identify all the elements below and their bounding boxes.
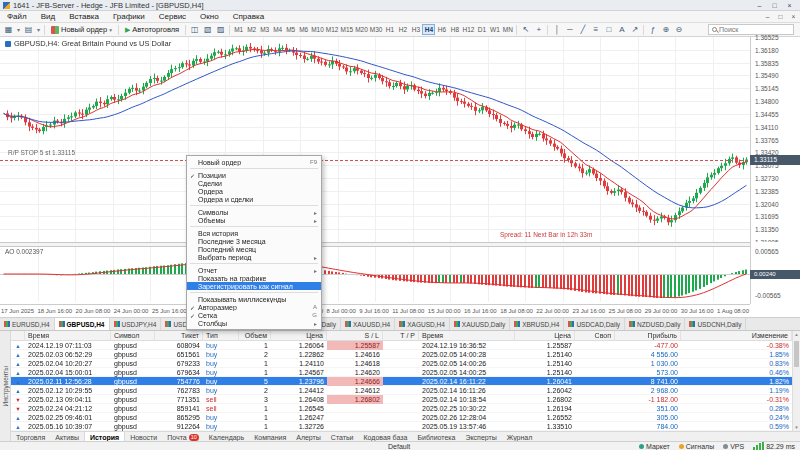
status-VPS[interactable]: VPS: [723, 443, 744, 450]
market-watch-icon[interactable]: ◫: [188, 24, 201, 36]
close-button[interactable]: ×: [782, 1, 797, 10]
history-row[interactable]: ▲2025.02.03 06:52:29gbpusd651561buy21.22…: [11, 350, 792, 359]
history-row[interactable]: ▲2024.12.19 07:11:03gbpusd608094buy11.26…: [11, 341, 792, 350]
indicators-icon[interactable]: ƒ: [646, 24, 659, 36]
timeframe-button-M3[interactable]: M3: [258, 24, 271, 35]
column-header-2[interactable]: Тикет: [155, 331, 203, 341]
scrollbar-thumb[interactable]: [794, 341, 799, 367]
timeframe-button-H8[interactable]: H8: [448, 24, 461, 35]
scroll-down-icon[interactable]: ▼: [793, 424, 800, 431]
menu-Сервис[interactable]: Сервис: [152, 11, 193, 23]
chart-tab-NZDUSD,Daily[interactable]: NZDUSD,Daily: [625, 318, 685, 330]
menu-Файл[interactable]: Файл: [0, 11, 34, 23]
navigator-icon[interactable]: ▧: [201, 24, 214, 36]
toolbox-icon[interactable]: ▨: [214, 24, 227, 36]
context-menu-item-7[interactable]: Символы▸: [187, 208, 321, 216]
crosshair-icon[interactable]: +: [532, 24, 545, 36]
context-menu-item-17[interactable]: Зарегистрировать как сигнал: [187, 282, 321, 290]
timeframe-button-M1[interactable]: M1: [232, 24, 245, 35]
timeframe-button-H2[interactable]: H2: [396, 24, 409, 35]
table-scrollbar[interactable]: ▲ ▼: [792, 331, 800, 431]
search-input[interactable]: [719, 26, 790, 33]
column-header-8[interactable]: Время: [419, 331, 515, 341]
chart-tab-USDJPY,H4[interactable]: USDJPY,H4: [110, 318, 162, 330]
context-menu-item-4[interactable]: Ордера: [187, 187, 321, 195]
context-menu-item-0[interactable]: Новый ордерF9: [187, 158, 321, 166]
context-menu-item-3[interactable]: Сделки: [187, 179, 321, 187]
menu-Справка[interactable]: Справка: [226, 11, 271, 23]
column-header-0[interactable]: Время: [25, 331, 111, 341]
history-row[interactable]: ▲2025.02.25 09:46:01gbpusd865295buy11.26…: [11, 413, 792, 422]
chart-tab-XAUUSD,H4[interactable]: XAUUSD,H4: [341, 318, 395, 330]
chart-tab-USDCNH,Daily[interactable]: USDCNH,Daily: [685, 318, 746, 330]
history-row[interactable]: ▼2025.02.13 09:04:11gbpusd771351sell31.2…: [11, 395, 792, 404]
autotrading-button[interactable]: ▶ Автоторговля: [121, 24, 183, 36]
context-menu-item-10[interactable]: Вся история: [187, 229, 321, 237]
mdi-close-button[interactable]: ×: [787, 12, 800, 22]
context-menu-item-19[interactable]: Показывать миллисекунды: [187, 295, 321, 303]
timeframe-button-M20[interactable]: M20: [354, 24, 369, 35]
column-header-4[interactable]: Объем: [239, 331, 271, 341]
column-header-9[interactable]: Цена: [515, 331, 575, 341]
history-row[interactable]: ▼2025.02.24 04:21:12gbpusd859141sell11.2…: [11, 404, 792, 413]
timeframe-button-H4[interactable]: H4: [422, 24, 435, 35]
profiles-icon[interactable]: ▤: [22, 24, 35, 36]
timeframe-button-M5[interactable]: M5: [284, 24, 297, 35]
context-menu-item-5[interactable]: Ордера и сделки: [187, 195, 321, 203]
profile-label[interactable]: Default: [388, 443, 410, 450]
timeframe-button-W1[interactable]: W1: [488, 24, 501, 35]
column-header-11[interactable]: Прибыль: [615, 331, 681, 341]
new-order-button[interactable]: Новый ордер ▾: [47, 24, 116, 36]
timeframe-button-M10[interactable]: M10: [310, 24, 325, 35]
timeframe-button-M30[interactable]: M30: [369, 24, 384, 35]
context-menu-item-8[interactable]: Объемы▸: [187, 216, 321, 224]
price-axis[interactable]: 1.365251.361801.358351.354901.351451.348…: [750, 37, 800, 242]
timeframe-button-M2[interactable]: M2: [245, 24, 258, 35]
history-row[interactable]: ▲2025.05.16 10:39:07gbpusd912264buy11.32…: [11, 422, 792, 431]
chart-tab-XBRUSD,H4[interactable]: XBRUSD,H4: [510, 318, 564, 330]
scroll-up-icon[interactable]: ▲: [793, 331, 800, 338]
vertical-line-icon[interactable]: │: [550, 24, 563, 36]
arrow-object-icon[interactable]: ↗: [628, 24, 641, 36]
timeframe-button-H3[interactable]: H3: [409, 24, 422, 35]
timeframe-button-D1[interactable]: D1: [475, 24, 488, 35]
status-Сигналы[interactable]: Сигналы: [679, 443, 714, 450]
menu-Вид[interactable]: Вид: [34, 11, 62, 23]
chart-tab-XAGUSD,H4[interactable]: XAGUSD,H4: [395, 318, 450, 330]
column-header-12[interactable]: Изменение: [681, 331, 792, 341]
status-Маркет[interactable]: Маркет: [639, 443, 670, 450]
context-menu-item-21[interactable]: ✓СеткаG: [187, 311, 321, 319]
context-menu-item-13[interactable]: Выбрать период▸: [187, 253, 321, 261]
shapes-icon[interactable]: □: [602, 24, 615, 36]
chart-tab-USDCAD,Daily[interactable]: USDCAD,Daily: [564, 318, 625, 330]
chart-tab-XAUUSD,Daily[interactable]: XAUUSD,Daily: [450, 318, 510, 330]
timeframe-button-M6[interactable]: M6: [297, 24, 310, 35]
context-menu-item-22[interactable]: Столбцы▸: [187, 319, 321, 327]
column-header-6[interactable]: S / L: [327, 331, 383, 341]
text-icon[interactable]: A: [615, 24, 628, 36]
zoom-in-icon[interactable]: ⊕: [659, 24, 672, 36]
column-header-1[interactable]: Символ: [111, 331, 155, 341]
timeframe-button-M15[interactable]: M15: [339, 24, 354, 35]
column-header-7[interactable]: T / P: [383, 331, 419, 341]
trendline-icon[interactable]: ╱: [576, 24, 589, 36]
history-row[interactable]: ▲2025.02.04 15:00:01gbpusd679634buy11.24…: [11, 368, 792, 377]
horizontal-line-icon[interactable]: ─: [563, 24, 576, 36]
column-header-10[interactable]: Своп: [575, 331, 615, 341]
context-menu-item-2[interactable]: ✓Позиции: [187, 171, 321, 179]
timeframe-button-H1[interactable]: H1: [383, 24, 396, 35]
timeframe-button-H12[interactable]: H12: [461, 24, 475, 35]
history-row[interactable]: ▲2025.02.12 10:29:55gbpusd762783buy21.24…: [11, 386, 792, 395]
context-menu-item-15[interactable]: Отчет▸: [187, 266, 321, 274]
context-menu-item-16[interactable]: Показать на графике: [187, 274, 321, 282]
context-menu-item-12[interactable]: Последний месяц: [187, 245, 321, 253]
time-axis[interactable]: 17 Jun 202518 Jun 16:0020 Jun 08:0024 Ju…: [0, 304, 750, 317]
menu-Графики[interactable]: Графики: [106, 11, 152, 23]
context-menu-item-20[interactable]: ✓АвторазмерA: [187, 303, 321, 311]
timeframe-button-M4[interactable]: M4: [271, 24, 284, 35]
zoom-out-icon[interactable]: ⊖: [672, 24, 685, 36]
timeframe-button-M12[interactable]: M12: [325, 24, 340, 35]
toolbox-side-tab[interactable]: Инструменты: [0, 331, 11, 442]
menu-Окно[interactable]: Окно: [193, 11, 226, 23]
mdi-minimize-button[interactable]: –: [761, 12, 774, 22]
